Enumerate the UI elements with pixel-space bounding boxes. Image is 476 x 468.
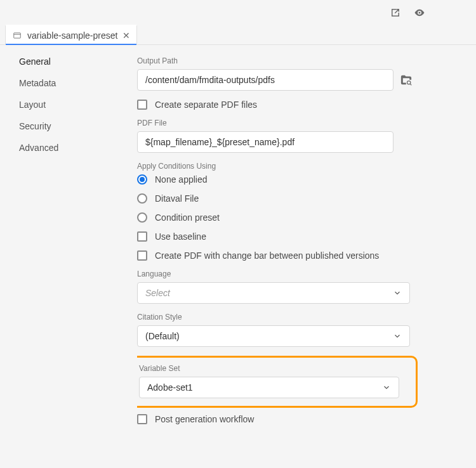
use-baseline-checkbox[interactable] [137,231,147,242]
create-separate-pdf-row[interactable]: Create separate PDF files [137,100,457,110]
sidebar-item-layout[interactable]: Layout [19,100,137,110]
chevron-down-icon [393,289,402,297]
preset-icon [12,30,22,41]
svg-point-0 [419,11,421,13]
tab-variable-sample-preset[interactable]: variable-sample-preset ✕ [5,25,137,45]
svg-point-3 [407,81,411,84]
pdf-file-input[interactable]: ${map_filename}_${preset_name}.pdf [137,131,393,153]
citation-value: (Default) [145,331,180,341]
variable-set-label: Variable Set [139,364,409,373]
change-bar-row[interactable]: Create PDF with change bar between publi… [137,250,457,261]
sidebar-item-security[interactable]: Security [19,121,137,131]
sidebar-item-metadata[interactable]: Metadata [19,78,137,88]
variable-set-select[interactable]: Adobe-set1 [139,377,399,398]
change-bar-label: Create PDF with change bar between publi… [155,250,379,261]
condition-ditaval-label: Ditaval File [155,193,199,204]
pdf-file-value: ${map_filename}_${preset_name}.pdf [145,137,294,147]
condition-none-radio[interactable] [137,174,147,185]
use-baseline-label: Use baseline [155,231,206,242]
output-path-group: Output Path /content/dam/fmdita-outputs/… [137,56,457,91]
sidebar: General Metadata Layout Security Advance… [0,45,137,468]
post-gen-row[interactable]: Post generation workflow [137,414,457,424]
pdf-file-group: PDF File ${map_filename}_${preset_name}.… [137,119,457,153]
condition-preset-label: Condition preset [155,212,220,223]
condition-ditaval-radio[interactable] [137,193,147,204]
condition-preset-radio[interactable] [137,212,147,223]
use-baseline-row[interactable]: Use baseline [137,231,457,242]
chevron-down-icon [382,383,391,392]
output-path-input[interactable]: /content/dam/fmdita-outputs/pdfs [137,69,393,91]
tab-title: variable-sample-preset [27,30,117,41]
apply-conditions-label: Apply Conditions Using [137,162,457,171]
sidebar-item-general[interactable]: General [19,56,137,67]
apply-conditions-group: Apply Conditions Using None applied Dita… [137,162,457,223]
condition-none-row[interactable]: None applied [137,174,457,185]
post-gen-checkbox[interactable] [137,414,147,424]
export-icon[interactable] [390,7,401,18]
language-value: Select [145,288,170,298]
language-select[interactable]: Select [137,282,410,304]
top-toolbar [0,0,476,25]
change-bar-checkbox[interactable] [137,250,147,261]
sidebar-item-advanced[interactable]: Advanced [19,143,137,153]
tab-row: variable-sample-preset ✕ [0,25,476,45]
create-separate-pdf-label: Create separate PDF files [155,100,257,110]
citation-label: Citation Style [137,313,457,322]
citation-group: Citation Style (Default) [137,313,457,347]
svg-line-4 [410,84,411,85]
condition-preset-row[interactable]: Condition preset [137,212,457,223]
variable-set-value: Adobe-set1 [147,382,193,393]
condition-ditaval-row[interactable]: Ditaval File [137,193,457,204]
general-panel: Output Path /content/dam/fmdita-outputs/… [137,45,476,468]
language-label: Language [137,270,457,278]
close-icon[interactable]: ✕ [122,31,130,40]
chevron-down-icon [393,332,402,341]
pdf-file-label: PDF File [137,119,457,127]
variable-set-highlight: Variable Set Adobe-set1 [137,356,418,408]
condition-none-label: None applied [155,174,208,185]
preview-icon[interactable] [414,7,425,18]
svg-rect-1 [14,32,21,37]
main-area: General Metadata Layout Security Advance… [0,45,476,468]
citation-select[interactable]: (Default) [137,325,410,347]
browse-folder-icon[interactable] [400,74,413,86]
language-group: Language Select [137,270,457,304]
output-path-label: Output Path [137,56,457,65]
post-gen-label: Post generation workflow [155,414,254,424]
output-path-value: /content/dam/fmdita-outputs/pdfs [145,75,275,85]
create-separate-pdf-checkbox[interactable] [137,100,147,110]
